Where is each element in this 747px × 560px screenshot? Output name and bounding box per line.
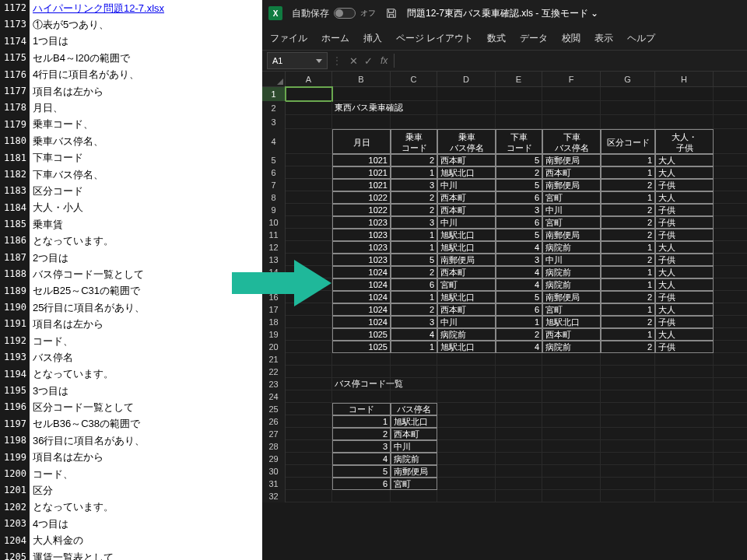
- cell[interactable]: [542, 87, 601, 101]
- column-header-D[interactable]: D: [437, 72, 496, 86]
- cell[interactable]: [332, 87, 391, 101]
- ribbon-tab-ホーム[interactable]: ホーム: [321, 32, 349, 45]
- cell[interactable]: 旭駅北口: [542, 316, 601, 328]
- cell[interactable]: 5: [332, 465, 391, 478]
- cell[interactable]: [496, 378, 542, 390]
- cell[interactable]: [542, 403, 601, 415]
- cell[interactable]: [496, 390, 542, 403]
- row-header[interactable]: 29: [262, 453, 286, 465]
- chevron-down-icon[interactable]: [316, 59, 322, 63]
- cell[interactable]: 6: [496, 303, 542, 316]
- cell[interactable]: 1024: [332, 316, 391, 328]
- cell[interactable]: [286, 101, 332, 115]
- row-header[interactable]: 2: [262, 101, 286, 115]
- cell[interactable]: [496, 366, 542, 378]
- cell[interactable]: 西本町: [542, 328, 601, 341]
- cell[interactable]: [286, 191, 332, 204]
- row-header[interactable]: 32: [262, 490, 286, 502]
- cell[interactable]: [601, 490, 655, 502]
- cell[interactable]: 3: [391, 216, 437, 229]
- cell[interactable]: 2: [601, 341, 655, 353]
- cell[interactable]: 中川: [391, 440, 437, 453]
- cell[interactable]: [437, 490, 496, 502]
- cell[interactable]: [655, 478, 714, 490]
- cell[interactable]: [437, 101, 496, 115]
- cell[interactable]: [286, 216, 332, 229]
- table-header-cell[interactable]: 乗車コード: [391, 129, 437, 154]
- cell[interactable]: [496, 353, 542, 366]
- cell[interactable]: [542, 478, 601, 490]
- cell[interactable]: [655, 465, 714, 478]
- cell[interactable]: [437, 390, 496, 403]
- cell[interactable]: [437, 403, 496, 415]
- cell[interactable]: [601, 87, 655, 101]
- cell[interactable]: 南郵便局: [437, 254, 496, 266]
- cell[interactable]: [391, 390, 437, 403]
- cell[interactable]: [437, 478, 496, 490]
- cell[interactable]: [496, 453, 542, 465]
- row-header[interactable]: 31: [262, 478, 286, 490]
- row-header[interactable]: 24: [262, 390, 286, 403]
- cell[interactable]: 西本町: [437, 204, 496, 216]
- cell[interactable]: [437, 378, 496, 390]
- cell[interactable]: [601, 366, 655, 378]
- confirm-icon[interactable]: ✓: [364, 55, 373, 67]
- cell[interactable]: 子供: [655, 229, 714, 241]
- cell[interactable]: [437, 415, 496, 428]
- cell[interactable]: [655, 490, 714, 502]
- cell[interactable]: [655, 390, 714, 403]
- cell[interactable]: 3: [391, 179, 437, 191]
- cell[interactable]: 中川: [542, 204, 601, 216]
- cell[interactable]: [542, 428, 601, 440]
- column-header-C[interactable]: C: [391, 72, 437, 86]
- cell[interactable]: [286, 440, 332, 453]
- cell[interactable]: 1024: [332, 291, 391, 303]
- cell[interactable]: 西本町: [437, 266, 496, 278]
- cell[interactable]: [437, 440, 496, 453]
- row-header[interactable]: 20: [262, 341, 286, 353]
- cell[interactable]: 旭駅北口: [391, 415, 437, 428]
- cell[interactable]: [496, 87, 542, 101]
- cell[interactable]: 1: [332, 415, 391, 428]
- cell[interactable]: 1: [601, 166, 655, 179]
- cell[interactable]: [286, 179, 332, 191]
- cell[interactable]: 2: [391, 204, 437, 216]
- cell[interactable]: [437, 353, 496, 366]
- cell[interactable]: [655, 101, 714, 115]
- cell[interactable]: [391, 366, 437, 378]
- cell[interactable]: 旭駅北口: [437, 341, 496, 353]
- cell[interactable]: [286, 353, 332, 366]
- cell[interactable]: [437, 115, 496, 129]
- ribbon-tab-ファイル[interactable]: ファイル: [270, 32, 307, 45]
- row-header[interactable]: 19: [262, 328, 286, 341]
- table-header-cell[interactable]: 下車バス停名: [542, 129, 601, 154]
- row-header[interactable]: 21: [262, 353, 286, 366]
- cell[interactable]: [542, 453, 601, 465]
- cell[interactable]: [655, 453, 714, 465]
- cell[interactable]: 大人: [655, 191, 714, 204]
- cell[interactable]: 子供: [655, 179, 714, 191]
- cell[interactable]: 病院前: [542, 266, 601, 278]
- cell[interactable]: 大人: [655, 328, 714, 341]
- cell[interactable]: 中川: [542, 254, 601, 266]
- cell[interactable]: 2: [601, 204, 655, 216]
- cell[interactable]: [542, 415, 601, 428]
- cell[interactable]: 4: [496, 341, 542, 353]
- cell[interactable]: 南郵便局: [542, 179, 601, 191]
- cell[interactable]: 子供: [655, 204, 714, 216]
- cell[interactable]: [542, 440, 601, 453]
- cell[interactable]: 西本町: [542, 166, 601, 179]
- cell[interactable]: 3: [332, 440, 391, 453]
- cell[interactable]: 1022: [332, 204, 391, 216]
- cell[interactable]: [601, 415, 655, 428]
- cell[interactable]: [542, 465, 601, 478]
- cell[interactable]: 5: [496, 179, 542, 191]
- cell[interactable]: 中川: [437, 216, 496, 229]
- cell[interactable]: [655, 366, 714, 378]
- cell[interactable]: 中川: [437, 316, 496, 328]
- cell[interactable]: [655, 353, 714, 366]
- row-header[interactable]: 12: [262, 241, 286, 254]
- cell[interactable]: 宮町: [437, 278, 496, 291]
- cell[interactable]: [542, 390, 601, 403]
- cell[interactable]: [601, 353, 655, 366]
